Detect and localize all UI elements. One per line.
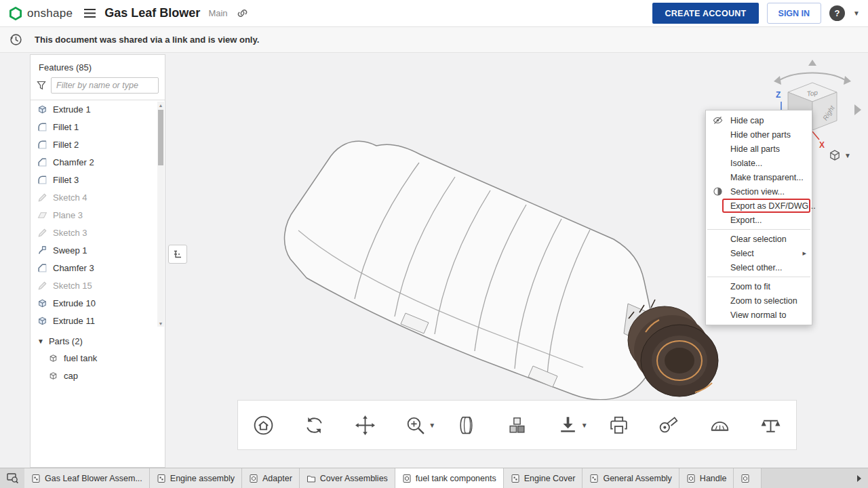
top-bar: onshape Gas Leaf Blower Main CREATE ACCO… xyxy=(0,0,868,27)
view-toolbar: ▼ ▼ ▼ ▼ ▼ ▼ ▼ ▼ xyxy=(237,400,797,450)
part-item[interactable]: fuel tank xyxy=(31,349,165,367)
rotate-view-button[interactable]: ▼ xyxy=(289,401,340,449)
document-tab-bar: Gas Leaf Blower Assem... Engine assembly… xyxy=(0,468,868,488)
axis-x-label: X xyxy=(819,140,825,150)
viewcube-top-label[interactable]: Top xyxy=(806,89,818,98)
export-download-button[interactable]: ▼ xyxy=(542,401,593,449)
document-tab[interactable]: Handle xyxy=(679,468,734,488)
context-menu-item[interactable]: Hide other parts ▸ xyxy=(706,127,812,142)
parts-section: ▼ Parts (2) fuel tank cap xyxy=(31,328,165,384)
document-tab[interactable]: Engine assembly xyxy=(150,468,242,488)
help-dropdown-caret-icon[interactable]: ▼ xyxy=(853,9,860,17)
extrude-icon xyxy=(37,298,47,308)
context-menu-item[interactable]: Zoom to selection ▸ xyxy=(706,293,812,308)
context-menu-item[interactable]: Section view... ▸ xyxy=(706,184,812,199)
document-tab[interactable]: General Assembly xyxy=(583,468,679,488)
folder-icon xyxy=(307,474,316,483)
feature-item[interactable]: Sweep 1 xyxy=(31,241,165,259)
menu-separator xyxy=(707,229,810,230)
view-style-button[interactable]: ▼ xyxy=(441,401,492,449)
context-menu-item[interactable]: Hide cap ▸ xyxy=(706,113,812,127)
display-mode-button[interactable]: ▼ xyxy=(829,149,851,161)
part-icon xyxy=(48,371,58,381)
feature-item[interactable]: Extrude 1 xyxy=(31,100,165,118)
feature-item[interactable]: Fillet 2 xyxy=(31,136,165,153)
context-menu-item[interactable]: Zoom to fit ▸ xyxy=(706,279,812,293)
features-panel-title: Features (85) xyxy=(31,55,165,77)
onshape-logo[interactable]: onshape xyxy=(8,6,73,21)
protractor-icon xyxy=(709,414,731,436)
fit-view-button[interactable]: ▼ xyxy=(238,401,289,449)
workspace-label[interactable]: Main xyxy=(208,8,227,18)
parts-list: fuel tank cap xyxy=(31,349,165,384)
parts-section-header[interactable]: ▼ Parts (2) xyxy=(31,333,165,349)
feature-item[interactable]: Chamfer 3 xyxy=(31,259,165,277)
document-tab[interactable]: Cover Assemblies xyxy=(300,468,395,488)
scroll-down-icon[interactable]: ▼ xyxy=(157,320,164,327)
part-tab-icon xyxy=(686,474,696,483)
tabs-strip: Gas Leaf Blower Assem... Engine assembly… xyxy=(24,468,850,488)
feature-item[interactable]: Fillet 1 xyxy=(31,118,165,136)
feature-item[interactable]: Sketch 3 xyxy=(31,224,165,241)
fillet-icon xyxy=(37,140,47,150)
context-menu-item[interactable]: Make transparent... ▸ xyxy=(706,170,812,184)
help-button[interactable]: ? xyxy=(829,5,845,21)
version-history-icon[interactable] xyxy=(9,33,22,46)
notice-text: This document was shared via a link and … xyxy=(35,35,259,45)
feature-item[interactable]: Sketch 15 xyxy=(31,277,165,294)
angle-measure-button[interactable]: ▼ xyxy=(694,401,745,449)
context-menu-item[interactable]: Select ▸ xyxy=(706,246,812,260)
chamfer-icon xyxy=(37,157,47,167)
feature-item[interactable]: Extrude 10 xyxy=(31,294,165,312)
tree-list-icon xyxy=(172,249,183,260)
fuel-tank-model[interactable] xyxy=(264,129,739,441)
part-item[interactable]: cap xyxy=(31,367,165,384)
share-link-icon[interactable] xyxy=(237,8,248,18)
document-tab[interactable]: Engine Cover xyxy=(504,468,583,488)
dropdown-caret-icon[interactable]: ▼ xyxy=(429,422,435,429)
sketch-icon xyxy=(37,192,47,203)
create-account-button[interactable]: CREATE ACCOUNT xyxy=(652,3,758,24)
context-menu-item[interactable]: View normal to ▸ xyxy=(706,308,812,322)
document-tab[interactable] xyxy=(734,468,762,488)
context-menu-item[interactable]: Select other... ▸ xyxy=(706,260,812,274)
feature-item[interactable]: Sketch 4 xyxy=(31,188,165,206)
mass-properties-button[interactable]: ▼ xyxy=(745,401,796,449)
scroll-up-icon[interactable]: ▲ xyxy=(157,102,164,108)
feature-filter-input[interactable] xyxy=(51,77,159,94)
graphics-viewport[interactable]: Top Right Z X ▼ Features (85) ▲ ▼ xyxy=(0,53,868,468)
pan-view-button[interactable]: ▼ xyxy=(340,401,391,449)
submenu-arrow-icon: ▸ xyxy=(802,249,806,258)
print-icon xyxy=(608,414,630,436)
context-menu-item[interactable]: Export... ▸ xyxy=(706,213,812,227)
feature-tree-toggle-button[interactable] xyxy=(168,245,187,264)
feature-item[interactable]: Chamfer 2 xyxy=(31,153,165,171)
context-menu-item[interactable]: Isolate... ▸ xyxy=(706,156,812,170)
mass-icon xyxy=(760,414,782,436)
feature-list-scrollbar[interactable]: ▲ ▼ xyxy=(157,102,164,327)
pan-icon xyxy=(354,414,376,436)
fillet-icon xyxy=(37,175,47,185)
context-menu-item[interactable]: Export as DXF/DWG... ▸ xyxy=(706,199,812,213)
feature-item[interactable]: Fillet 3 xyxy=(31,171,165,188)
document-tab[interactable]: fuel tank components xyxy=(395,468,504,488)
scrollbar-thumb[interactable] xyxy=(158,110,163,165)
zoom-view-button[interactable]: ▼ xyxy=(390,401,441,449)
context-menu-item[interactable]: Clear selection ▸ xyxy=(706,232,812,246)
dropdown-caret-icon[interactable]: ▼ xyxy=(581,422,588,429)
logo-text: onshape xyxy=(27,7,73,20)
document-tab[interactable]: Gas Leaf Blower Assem... xyxy=(24,468,150,488)
sign-in-button[interactable]: SIGN IN xyxy=(767,3,822,24)
appearance-button[interactable]: ▼ xyxy=(492,401,542,449)
tab-scroll-right-icon[interactable] xyxy=(850,468,868,488)
feature-item[interactable]: Extrude 11 xyxy=(31,312,165,328)
part-icon xyxy=(48,353,58,363)
tab-manager-icon[interactable] xyxy=(0,468,24,488)
shaded-icon xyxy=(455,414,477,436)
print-button[interactable]: ▼ xyxy=(593,401,644,449)
feature-item[interactable]: Plane 3 xyxy=(31,206,165,224)
document-tab[interactable]: Adapter xyxy=(242,468,300,488)
menu-icon[interactable] xyxy=(83,8,96,18)
measure-button[interactable]: ▼ xyxy=(644,401,695,449)
context-menu-item[interactable]: Hide all parts ▸ xyxy=(706,142,812,156)
